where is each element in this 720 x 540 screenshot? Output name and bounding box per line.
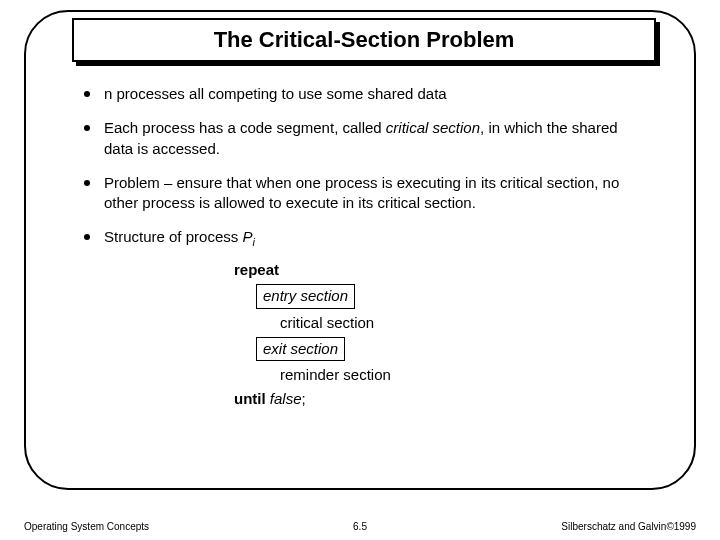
text-fragment: Each process has a code segment, called (104, 119, 386, 136)
bullet-text: n processes all competing to use some sh… (104, 84, 644, 104)
entry-section-box: entry section (256, 284, 355, 308)
bullet-item: Problem – ensure that when one process i… (84, 173, 644, 214)
keyword-until: until (234, 390, 266, 407)
text-fragment: Structure of process (104, 228, 242, 245)
content-area: n processes all competing to use some sh… (84, 84, 644, 414)
bullet-text: Structure of process Pi (104, 227, 644, 250)
bullet-text: Problem – ensure that when one process i… (104, 173, 644, 214)
semicolon: ; (302, 390, 306, 407)
pseudocode-block: repeat entry section critical section ex… (234, 260, 644, 410)
text-emphasis: critical section (386, 119, 480, 136)
bullet-item: n processes all competing to use some sh… (84, 84, 644, 104)
footer-left: Operating System Concepts (24, 521, 149, 532)
footer-center: 6.5 (353, 521, 367, 532)
bullet-icon (84, 180, 90, 186)
text-var: P (242, 228, 252, 245)
critical-section-label: critical section (280, 314, 374, 331)
reminder-section-label: reminder section (280, 366, 391, 383)
slide-title: The Critical-Section Problem (214, 27, 515, 53)
bullet-text: Each process has a code segment, called … (104, 118, 644, 159)
bullet-icon (84, 125, 90, 131)
footer-right: Silberschatz and Galvin©1999 (561, 521, 696, 532)
text-subscript: i (252, 236, 254, 248)
bullet-icon (84, 234, 90, 240)
footer: Operating System Concepts 6.5 Silberscha… (24, 521, 696, 532)
bullet-icon (84, 91, 90, 97)
keyword-repeat: repeat (234, 261, 279, 278)
bullet-item: Each process has a code segment, called … (84, 118, 644, 159)
exit-section-box: exit section (256, 337, 345, 361)
bullet-item: Structure of process Pi (84, 227, 644, 250)
keyword-false: false (266, 390, 302, 407)
title-box: The Critical-Section Problem (72, 18, 656, 62)
